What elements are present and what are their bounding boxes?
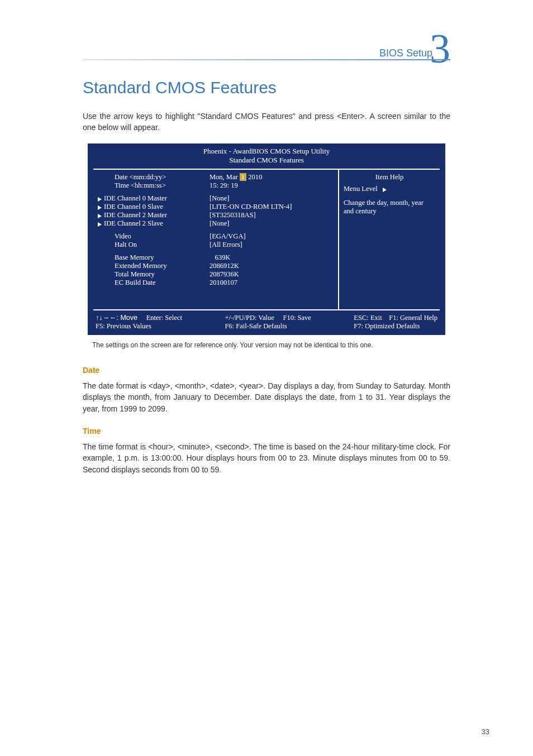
bios-ide2m-value: [ST3250318AS] [210, 211, 334, 219]
time-section-title: Time [83, 427, 450, 436]
bios-help-title: Item Help [344, 173, 435, 181]
bios-video-label: Video [98, 232, 210, 241]
ide0m-text: IDE Channel 0 Master [104, 194, 167, 202]
footer-enter: Enter: Select [146, 314, 182, 322]
bios-title: Phoenix - AwardBIOS CMOS Setup Utility S… [93, 147, 440, 166]
screenshot-caption: The settings on the screen are for refer… [92, 341, 441, 350]
bios-title-line2: Standard CMOS Features [229, 156, 304, 164]
bios-time-label: Time <hh:mm:ss> [98, 181, 210, 190]
footer-col-3: ESC: Exit F1: General Help F7: Optimized… [354, 314, 437, 331]
bios-ide2m-label: IDE Channel 2 Master [98, 211, 210, 219]
ide2m-text: IDE Channel 2 Master [104, 211, 167, 219]
date-highlight: 1 [240, 173, 246, 181]
footer-pupd: +/-/PU/PD: Value [225, 314, 274, 322]
bios-row-time: Time <hh:mm:ss> 15: 29: 19 [98, 181, 334, 190]
bios-help-desc: Change the day, month, year and century [344, 199, 435, 216]
bios-total-value: 2087936K [210, 270, 334, 279]
footer-f1: F1: General Help [389, 314, 437, 322]
page-number: 33 [482, 728, 489, 736]
bios-row-ide0m: IDE Channel 0 Master [None] [98, 194, 334, 203]
bios-footer: ↑↓→←: Move Enter: Select F5: Previous Va… [93, 313, 440, 332]
bios-row-total: Total Memory 2087936K [98, 270, 334, 279]
footer-esc: ESC: Exit [354, 314, 382, 322]
bios-ext-label: Extended Memory [98, 262, 210, 270]
intro-paragraph: Use the arrow keys to highlight "Standar… [83, 111, 450, 133]
bios-ide0m-label: IDE Channel 0 Master [98, 194, 210, 203]
footer-move: ↑↓→←: Move [96, 314, 137, 322]
bios-halt-value: [All Errors] [210, 241, 334, 249]
bios-ec-value: 20100107 [210, 279, 334, 287]
time-section-body: The time format is <hour>, <minute>, <se… [83, 441, 450, 475]
bios-title-line1: Phoenix - AwardBIOS CMOS Setup Utility [203, 147, 330, 155]
ide0s-text: IDE Channel 0 Slave [104, 203, 163, 210]
date-section-body: The date format is <day>, <month>, <date… [83, 380, 450, 414]
menu-level-text: Menu Level [344, 185, 378, 193]
footer-f5: F5: Previous Values [96, 322, 151, 330]
bios-ide0s-label: IDE Channel 0 Slave [98, 203, 210, 211]
bios-row-halt: Halt On [All Errors] [98, 241, 334, 249]
bios-row-ide2m: IDE Channel 2 Master [ST3250318AS] [98, 211, 334, 219]
footer-f7: F7: Optimized Defaults [354, 322, 420, 330]
bios-date-value: Mon, Mar 1 2010 [210, 173, 334, 181]
bios-row-date: Date <mm:dd:yy> Mon, Mar 1 2010 [98, 173, 334, 181]
bios-ide0s-value: [LITE-ON CD-ROM LTN-4] [210, 203, 334, 211]
bios-base-value: 639K [210, 253, 334, 262]
footer-col-2: +/-/PU/PD: Value F10: Save F6: Fail-Safe… [225, 314, 311, 331]
bios-halt-label: Halt On [98, 241, 210, 249]
date-section-title: Date [83, 366, 450, 375]
bios-ide2s-value: [None] [210, 219, 334, 228]
bios-row-ext: Extended Memory 2086912K [98, 262, 334, 270]
bios-time-value: 15: 29: 19 [210, 181, 334, 190]
footer-f6: F6: Fail-Safe Defaults [225, 322, 287, 330]
bios-main: Date <mm:dd:yy> Mon, Mar 1 2010 Time <hh… [93, 169, 440, 310]
bios-ec-label: EC Build Date [98, 279, 210, 287]
bios-ide-group: IDE Channel 0 Master [None] IDE Channel … [98, 194, 334, 228]
bios-screenshot: Phoenix - AwardBIOS CMOS Setup Utility S… [88, 143, 445, 336]
triangle-icon [98, 197, 102, 202]
bios-right-panel: Item Help Menu Level Change the day, mon… [339, 170, 440, 309]
date-prefix: Mon, Mar [210, 173, 240, 181]
bios-left-panel: Date <mm:dd:yy> Mon, Mar 1 2010 Time <hh… [93, 170, 339, 309]
bios-base-label: Base Memory [98, 253, 210, 262]
triangle-icon [383, 188, 387, 192]
bios-video-group: Video [EGA/VGA] Halt On [All Errors] [98, 232, 334, 249]
bios-ext-value: 2086912K [210, 262, 334, 270]
triangle-icon [98, 205, 102, 210]
footer-col-1: ↑↓→←: Move Enter: Select F5: Previous Va… [96, 314, 182, 331]
triangle-icon [98, 214, 102, 218]
header-label: BIOS Setup [379, 47, 432, 59]
content-area: Standard CMOS Features Use the arrow key… [83, 78, 450, 487]
bios-row-ec: EC Build Date 20100107 [98, 279, 334, 287]
chapter-number: 3 [430, 28, 450, 69]
bios-row-base: Base Memory 639K [98, 253, 334, 262]
footer-f10: F10: Save [283, 314, 311, 322]
header-rule [83, 59, 450, 60]
bios-row-video: Video [EGA/VGA] [98, 232, 334, 241]
bios-row-ide2s: IDE Channel 2 Slave [None] [98, 219, 334, 228]
page-title: Standard CMOS Features [83, 78, 450, 97]
bios-video-value: [EGA/VGA] [210, 232, 334, 241]
bios-memory-group: Base Memory 639K Extended Memory 2086912… [98, 253, 334, 287]
ide2s-text: IDE Channel 2 Slave [104, 219, 163, 227]
bios-menu-level: Menu Level [344, 185, 435, 193]
bios-total-label: Total Memory [98, 270, 210, 279]
bios-ide0m-value: [None] [210, 194, 334, 203]
date-suffix: 2010 [246, 173, 262, 181]
triangle-icon [98, 222, 102, 227]
bios-row-ide0s: IDE Channel 0 Slave [LITE-ON CD-ROM LTN-… [98, 203, 334, 211]
bios-date-label: Date <mm:dd:yy> [98, 173, 210, 181]
bios-ide2s-label: IDE Channel 2 Slave [98, 219, 210, 228]
